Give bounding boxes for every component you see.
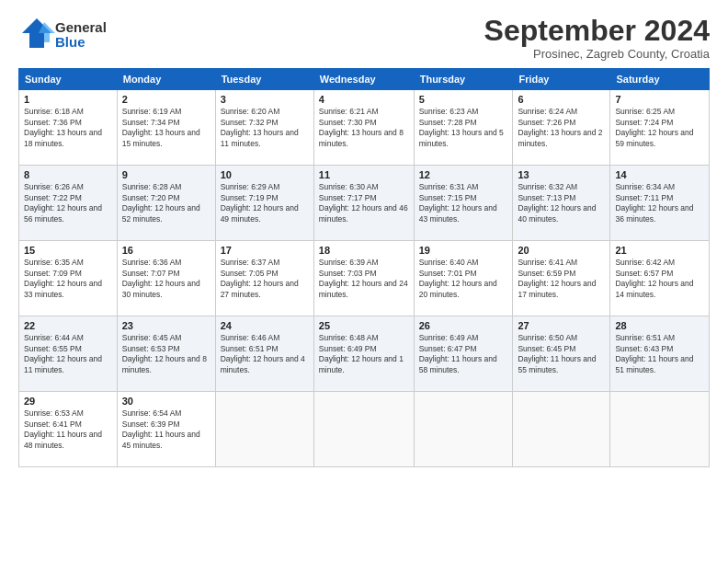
week-row-1: 1 Sunrise: 6:18 AM Sunset: 7:36 PM Dayli… [19,90,710,166]
day-cell: 8 Sunrise: 6:26 AM Sunset: 7:22 PM Dayli… [19,166,118,241]
day-info: Sunrise: 6:25 AM Sunset: 7:24 PM Dayligh… [615,107,704,149]
day-number: 4 [319,94,409,105]
day-number: 19 [419,245,508,256]
day-cell: 9 Sunrise: 6:28 AM Sunset: 7:20 PM Dayli… [117,166,215,241]
day-number: 11 [319,169,409,180]
day-info: Sunrise: 6:39 AM Sunset: 7:03 PM Dayligh… [319,258,409,300]
day-cell: 7 Sunrise: 6:25 AM Sunset: 7:24 PM Dayli… [610,90,710,166]
day-info: Sunrise: 6:34 AM Sunset: 7:11 PM Dayligh… [615,182,704,224]
logo-icon [18,15,55,52]
header-saturday: Saturday [610,69,710,90]
day-cell: 5 Sunrise: 6:23 AM Sunset: 7:28 PM Dayli… [414,90,513,166]
day-cell: 6 Sunrise: 6:24 AM Sunset: 7:26 PM Dayli… [513,90,610,166]
day-info: Sunrise: 6:21 AM Sunset: 7:30 PM Dayligh… [319,107,409,149]
day-info: Sunrise: 6:19 AM Sunset: 7:34 PM Dayligh… [122,107,210,149]
day-info: Sunrise: 6:20 AM Sunset: 7:32 PM Dayligh… [221,107,309,149]
day-number: 20 [518,245,605,256]
day-cell: 17 Sunrise: 6:37 AM Sunset: 7:05 PM Dayl… [215,241,313,316]
day-info: Sunrise: 6:46 AM Sunset: 6:51 PM Dayligh… [221,333,309,375]
header: General Blue September 2024 Prosinec, Za… [18,15,710,61]
week-row-2: 8 Sunrise: 6:26 AM Sunset: 7:22 PM Dayli… [19,166,710,241]
day-info: Sunrise: 6:51 AM Sunset: 6:43 PM Dayligh… [615,333,704,375]
day-cell: 30 Sunrise: 6:54 AM Sunset: 6:39 PM Dayl… [117,392,215,467]
day-info: Sunrise: 6:50 AM Sunset: 6:45 PM Dayligh… [518,333,605,375]
day-cell: 18 Sunrise: 6:39 AM Sunset: 7:03 PM Dayl… [313,241,414,316]
day-cell: 20 Sunrise: 6:41 AM Sunset: 6:59 PM Dayl… [513,241,610,316]
day-number: 28 [615,320,704,331]
day-cell: 26 Sunrise: 6:49 AM Sunset: 6:47 PM Dayl… [414,316,513,392]
header-wednesday: Wednesday [313,69,414,90]
day-number: 14 [615,169,704,180]
day-info: Sunrise: 6:53 AM Sunset: 6:41 PM Dayligh… [24,408,112,451]
day-cell: 28 Sunrise: 6:51 AM Sunset: 6:43 PM Dayl… [610,316,710,392]
day-info: Sunrise: 6:41 AM Sunset: 6:59 PM Dayligh… [518,258,605,300]
day-cell: 10 Sunrise: 6:29 AM Sunset: 7:19 PM Dayl… [215,166,313,241]
day-number: 5 [419,94,508,105]
day-number: 17 [221,245,309,256]
day-info: Sunrise: 6:31 AM Sunset: 7:15 PM Dayligh… [419,182,508,224]
day-number: 7 [615,94,704,105]
day-cell [313,392,414,467]
weekday-header-row: Sunday Monday Tuesday Wednesday Thursday… [19,69,710,90]
day-cell [610,392,710,467]
day-cell: 24 Sunrise: 6:46 AM Sunset: 6:51 PM Dayl… [215,316,313,392]
day-info: Sunrise: 6:32 AM Sunset: 7:13 PM Dayligh… [518,182,605,224]
day-number: 2 [122,94,210,105]
day-number: 13 [518,169,605,180]
header-thursday: Thursday [414,69,513,90]
day-number: 18 [319,245,409,256]
day-info: Sunrise: 6:28 AM Sunset: 7:20 PM Dayligh… [122,182,210,224]
logo: General Blue [18,15,107,55]
day-cell: 27 Sunrise: 6:50 AM Sunset: 6:45 PM Dayl… [513,316,610,392]
day-number: 30 [122,396,210,407]
day-info: Sunrise: 6:42 AM Sunset: 6:57 PM Dayligh… [615,258,704,300]
day-info: Sunrise: 6:40 AM Sunset: 7:01 PM Dayligh… [419,258,508,300]
day-cell: 11 Sunrise: 6:30 AM Sunset: 7:17 PM Dayl… [313,166,414,241]
day-cell: 3 Sunrise: 6:20 AM Sunset: 7:32 PM Dayli… [215,90,313,166]
day-info: Sunrise: 6:48 AM Sunset: 6:49 PM Dayligh… [319,333,409,375]
day-number: 6 [518,94,605,105]
day-cell: 12 Sunrise: 6:31 AM Sunset: 7:15 PM Dayl… [414,166,513,241]
week-row-4: 22 Sunrise: 6:44 AM Sunset: 6:55 PM Dayl… [19,316,710,392]
day-cell: 23 Sunrise: 6:45 AM Sunset: 6:53 PM Dayl… [117,316,215,392]
day-number: 8 [24,169,112,180]
day-cell: 29 Sunrise: 6:53 AM Sunset: 6:41 PM Dayl… [19,392,118,467]
day-cell: 1 Sunrise: 6:18 AM Sunset: 7:36 PM Dayli… [19,90,118,166]
day-info: Sunrise: 6:30 AM Sunset: 7:17 PM Dayligh… [319,182,409,224]
day-number: 15 [24,245,112,256]
title-block: September 2024 Prosinec, Zagreb County, … [484,15,710,61]
day-info: Sunrise: 6:36 AM Sunset: 7:07 PM Dayligh… [122,258,210,300]
week-row-3: 15 Sunrise: 6:35 AM Sunset: 7:09 PM Dayl… [19,241,710,316]
day-number: 3 [221,94,309,105]
day-info: Sunrise: 6:44 AM Sunset: 6:55 PM Dayligh… [24,333,112,375]
day-number: 10 [221,169,309,180]
day-cell [414,392,513,467]
day-cell: 22 Sunrise: 6:44 AM Sunset: 6:55 PM Dayl… [19,316,118,392]
header-tuesday: Tuesday [215,69,313,90]
day-info: Sunrise: 6:29 AM Sunset: 7:19 PM Dayligh… [221,182,309,224]
day-number: 12 [419,169,508,180]
day-info: Sunrise: 6:45 AM Sunset: 6:53 PM Dayligh… [122,333,210,375]
day-number: 9 [122,169,210,180]
day-cell: 16 Sunrise: 6:36 AM Sunset: 7:07 PM Dayl… [117,241,215,316]
day-number: 26 [419,320,508,331]
day-cell: 21 Sunrise: 6:42 AM Sunset: 6:57 PM Dayl… [610,241,710,316]
location-subtitle: Prosinec, Zagreb County, Croatia [484,47,710,61]
month-title: September 2024 [484,15,710,47]
day-number: 22 [24,320,112,331]
day-number: 24 [221,320,309,331]
day-cell: 19 Sunrise: 6:40 AM Sunset: 7:01 PM Dayl… [414,241,513,316]
day-cell: 13 Sunrise: 6:32 AM Sunset: 7:13 PM Dayl… [513,166,610,241]
logo-blue-text: Blue [55,35,107,51]
day-info: Sunrise: 6:18 AM Sunset: 7:36 PM Dayligh… [24,107,112,149]
week-row-5: 29 Sunrise: 6:53 AM Sunset: 6:41 PM Dayl… [19,392,710,467]
header-sunday: Sunday [19,69,118,90]
day-number: 25 [319,320,409,331]
day-cell: 2 Sunrise: 6:19 AM Sunset: 7:34 PM Dayli… [117,90,215,166]
day-info: Sunrise: 6:24 AM Sunset: 7:26 PM Dayligh… [518,107,605,149]
page: General Blue September 2024 Prosinec, Za… [0,0,728,563]
day-cell: 14 Sunrise: 6:34 AM Sunset: 7:11 PM Dayl… [610,166,710,241]
logo-general-text: General [55,20,107,36]
day-number: 16 [122,245,210,256]
header-friday: Friday [513,69,610,90]
